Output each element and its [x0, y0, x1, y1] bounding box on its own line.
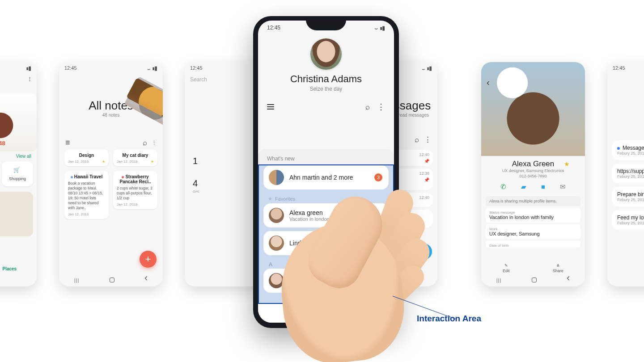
note-card-design[interactable]: Design Jan 12, 2018★	[64, 149, 109, 166]
profile-avatar[interactable]	[310, 38, 342, 70]
contact-photo: ‹	[481, 62, 585, 156]
chat-icon	[422, 249, 426, 255]
note-card-cat[interactable]: My cat diary Jan 12, 2018★	[113, 149, 157, 166]
profile-header: Christina Adams Seize the day	[258, 35, 394, 92]
notch	[306, 21, 346, 30]
nav-home-icon[interactable]	[110, 278, 114, 282]
reminders-title: Re	[607, 99, 644, 111]
battery-icon	[154, 65, 157, 72]
battery-icon	[382, 25, 385, 31]
promo-stage: 12:45 ⋮ $48 View all me Shopping en Pot …	[0, 0, 644, 362]
bg-screen-bixby: 12:45 ⋮ $48 View all me Shopping en Pot …	[0, 62, 37, 286]
more-icon[interactable]	[377, 102, 385, 112]
bg-screen-notes: 12:45 All notes 48 notes Design Jan 12, …	[59, 62, 163, 286]
nav-back-icon[interactable]	[567, 276, 570, 283]
contacts-toolbar	[258, 92, 394, 116]
update-badge: 3	[374, 173, 382, 181]
android-navbar	[481, 273, 585, 286]
keypad-4[interactable]: 4GHI	[193, 178, 199, 194]
chip-shopping[interactable]: Shopping	[2, 161, 33, 186]
search-icon[interactable]	[143, 139, 147, 147]
android-navbar	[607, 273, 644, 286]
nav-recent-icon[interactable]	[496, 276, 502, 283]
contact-role: UX designer, Samsung Electronics	[481, 168, 585, 173]
new-message-fab[interactable]	[416, 244, 432, 260]
tab-places[interactable]: Places	[2, 266, 17, 271]
note-card-recipe[interactable]: Strawberry Pancake Reci.. 2 cups white s…	[113, 171, 157, 209]
video-icon[interactable]	[541, 183, 545, 191]
search-icon[interactable]	[365, 102, 370, 112]
message-icon[interactable]	[521, 183, 526, 191]
reminder-item[interactable]: https://supp Febury 25, 2017	[612, 164, 644, 183]
wifi-icon	[149, 65, 151, 71]
menu-icon[interactable]	[65, 138, 70, 147]
sharing-banner: Alexa is sharing multiple profile items.	[486, 196, 580, 206]
search-icon[interactable]	[415, 135, 419, 144]
nav-back-icon[interactable]	[144, 276, 148, 283]
statusbar: 12:45	[59, 62, 163, 74]
android-navbar	[59, 273, 163, 286]
update-row[interactable]: Ahn martin and 2 more 3	[263, 165, 389, 189]
salad-image	[0, 192, 33, 236]
hero-phone: 12:45 Christina Adams Seize the day	[253, 16, 399, 328]
android-navbar	[0, 273, 37, 286]
bg-screen-reminders: 12:45 Re 2 ov Message fro Febury 25, 201…	[607, 62, 644, 286]
nav-home-icon[interactable]	[326, 311, 332, 316]
work-section: Work UX designer, Samsung	[486, 224, 580, 239]
contact-name: Alexa Green ★	[481, 160, 585, 168]
group-avatar	[269, 170, 284, 185]
add-contact-fab[interactable]: +	[364, 257, 386, 279]
back-icon[interactable]: ‹	[487, 77, 490, 88]
reminder-item[interactable]: Feed my lov Febury 25, 2017	[612, 210, 644, 230]
dob-section: Date of birth	[486, 241, 580, 248]
statusbar: 12:45	[0, 62, 37, 74]
profile-name: Christina Adams	[258, 73, 394, 85]
wifi-icon	[376, 25, 378, 31]
more-icon[interactable]: ⋮	[27, 76, 32, 82]
share-icon	[556, 263, 560, 268]
more-icon[interactable]	[152, 140, 157, 146]
price-tag: $48	[0, 140, 37, 147]
edit-icon	[504, 263, 508, 268]
favorite-star-icon[interactable]: ★	[564, 160, 570, 168]
note-card-hawaii[interactable]: Hawaii Travel Book a vacation package to…	[64, 171, 109, 219]
avatar	[269, 236, 284, 251]
contact-phone: 012-3456-7890	[481, 174, 585, 178]
android-navbar	[258, 304, 394, 323]
avatar	[269, 208, 284, 223]
battery-icon	[429, 65, 432, 72]
whats-new-label: What's new	[263, 155, 389, 165]
menu-icon[interactable]	[267, 104, 274, 109]
nav-home-icon[interactable]	[532, 278, 537, 282]
mail-icon[interactable]	[560, 183, 566, 191]
pin-icon: 📌	[424, 159, 429, 164]
reminder-item[interactable]: Prepare birt Febury 25, 2017	[612, 187, 644, 206]
star-icon: ★	[102, 160, 105, 164]
contact-row-alexa[interactable]: Alexa green Vacation in london with fami…	[263, 203, 389, 227]
more-icon[interactable]	[424, 135, 431, 144]
nav-chatbots[interactable]: Chatbots	[402, 266, 420, 271]
cart-icon	[13, 167, 21, 175]
call-icon[interactable]	[500, 183, 506, 191]
status-section: Status message Vacation in london with f…	[486, 208, 580, 223]
nav-recent-icon[interactable]	[74, 276, 80, 283]
nav-back-icon[interactable]	[361, 307, 364, 320]
star-icon: ★	[151, 160, 154, 164]
nav-back-icon[interactable]	[410, 276, 413, 283]
share-button[interactable]: Share	[553, 263, 564, 273]
wifi-icon	[424, 65, 425, 71]
avatar	[269, 273, 284, 288]
profile-tagline: Seize the day	[258, 86, 394, 92]
annotation-label: Interaction Area	[417, 314, 481, 324]
edit-button[interactable]: Edit	[503, 263, 510, 273]
bg-screen-contact-detail: ‹ Alexa Green ★ UX designer, Samsung Ele…	[481, 62, 585, 286]
statusbar: 12:45	[607, 62, 644, 74]
pin-icon: 📌	[424, 177, 429, 182]
view-all-link[interactable]: View all	[0, 154, 37, 159]
keypad-1[interactable]: 1	[193, 156, 198, 171]
battery-icon	[28, 65, 31, 72]
reminder-item[interactable]: Message fro Febury 25, 2017	[612, 140, 644, 160]
add-note-fab[interactable]: +	[140, 251, 157, 268]
contact-row-lindsey[interactable]: Lindsey Smith	[263, 231, 389, 255]
place-title: en Pot	[0, 239, 32, 244]
